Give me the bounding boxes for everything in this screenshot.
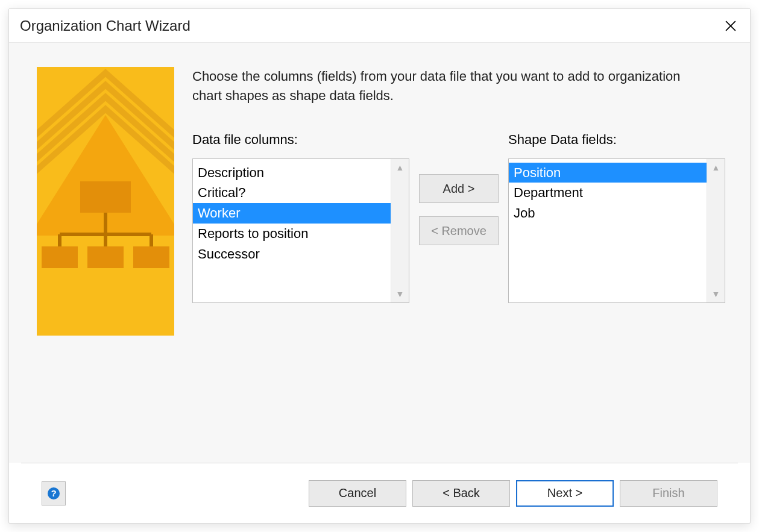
source-list-inner: DescriptionCritical?WorkerReports to pos… [193, 159, 391, 302]
main-panel: Choose the columns (fields) from your da… [174, 67, 725, 463]
add-button[interactable]: Add > [419, 174, 499, 203]
list-item[interactable]: Department [509, 183, 707, 203]
columns-row: Data file columns: DescriptionCritical?W… [192, 132, 725, 303]
transfer-buttons: Add > < Remove [409, 132, 508, 245]
svg-text:?: ? [51, 488, 56, 498]
close-icon [725, 20, 736, 31]
content-area: Choose the columns (fields) from your da… [9, 43, 750, 463]
dest-scrollbar[interactable]: ▲ ▼ [707, 159, 725, 302]
window-title: Organization Chart Wizard [20, 17, 721, 34]
svg-rect-4 [80, 181, 131, 213]
list-item[interactable]: Job [509, 203, 707, 224]
list-item[interactable]: Reports to position [193, 224, 391, 244]
source-listbox[interactable]: DescriptionCritical?WorkerReports to pos… [192, 158, 409, 303]
close-button[interactable] [721, 16, 740, 36]
scroll-up-icon: ▲ [712, 163, 720, 172]
help-icon: ? [46, 486, 61, 501]
source-scrollbar[interactable]: ▲ ▼ [391, 159, 409, 302]
footer: ? Cancel < Back Next > Finish [21, 463, 738, 523]
list-item[interactable]: Critical? [193, 183, 391, 203]
svg-rect-12 [133, 246, 169, 268]
dest-label: Shape Data fields: [508, 132, 725, 148]
list-item[interactable]: Worker [193, 203, 391, 224]
wizard-dialog: Organization Chart Wizard [8, 8, 751, 524]
instruction-text: Choose the columns (fields) from your da… [192, 67, 699, 105]
finish-button[interactable]: Finish [620, 480, 717, 507]
back-button[interactable]: < Back [412, 480, 510, 507]
scroll-down-icon: ▼ [396, 289, 405, 299]
list-item[interactable]: Position [509, 163, 707, 183]
remove-button[interactable]: < Remove [419, 216, 499, 245]
dest-listbox[interactable]: PositionDepartmentJob ▲ ▼ [508, 158, 725, 303]
titlebar: Organization Chart Wizard [9, 9, 750, 43]
source-column: Data file columns: DescriptionCritical?W… [192, 132, 409, 303]
list-item[interactable]: Successor [193, 244, 391, 264]
scroll-up-icon: ▲ [396, 163, 405, 172]
next-button[interactable]: Next > [516, 480, 614, 507]
svg-rect-10 [42, 246, 78, 268]
wizard-graphic [37, 67, 174, 336]
list-item[interactable]: Description [193, 163, 391, 183]
svg-rect-11 [87, 246, 124, 268]
source-label: Data file columns: [192, 132, 409, 148]
help-button[interactable]: ? [42, 481, 66, 505]
cancel-button[interactable]: Cancel [309, 480, 406, 507]
dest-list-inner: PositionDepartmentJob [509, 159, 707, 302]
scroll-down-icon: ▼ [712, 289, 720, 299]
dest-column: Shape Data fields: PositionDepartmentJob… [508, 132, 725, 303]
